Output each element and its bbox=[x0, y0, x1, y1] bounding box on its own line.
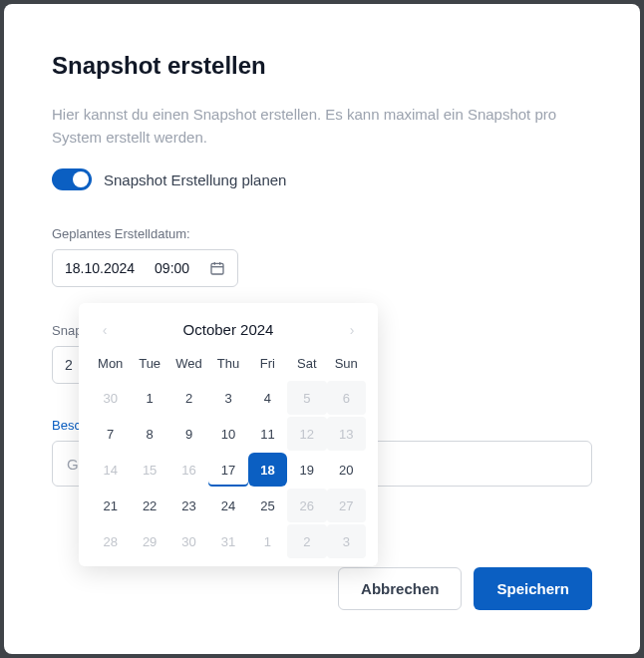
calendar-day[interactable]: 6 bbox=[327, 381, 366, 415]
calendar-day: 29 bbox=[130, 524, 168, 558]
calendar-day: 14 bbox=[91, 453, 130, 487]
calendar-day[interactable]: 4 bbox=[248, 381, 287, 415]
calendar-day[interactable]: 3 bbox=[208, 381, 247, 415]
calendar-day[interactable]: 2 bbox=[287, 524, 326, 558]
scheduled-date-input[interactable]: 18.10.2024 09:00 bbox=[52, 249, 238, 287]
calendar-day[interactable]: 30 bbox=[91, 381, 130, 415]
calendar-day[interactable]: 20 bbox=[327, 453, 366, 487]
description-placeholder: G bbox=[67, 456, 79, 473]
calendar-day[interactable]: 8 bbox=[130, 417, 168, 451]
calendar-day[interactable]: 19 bbox=[287, 453, 326, 487]
calendar-day[interactable]: 5 bbox=[287, 381, 326, 415]
calendar-day[interactable]: 17 bbox=[208, 453, 247, 487]
calendar-day[interactable]: 7 bbox=[91, 417, 130, 451]
calendar-dow: Fri bbox=[248, 350, 287, 381]
calendar-day: 15 bbox=[130, 453, 168, 487]
calendar-day[interactable]: 26 bbox=[287, 489, 326, 522]
save-button[interactable]: Speichern bbox=[474, 567, 592, 610]
calendar-day[interactable]: 13 bbox=[327, 417, 366, 451]
calendar-day[interactable]: 12 bbox=[287, 417, 326, 451]
dialog-title: Snapshot erstellen bbox=[52, 52, 592, 80]
schedule-toggle[interactable] bbox=[52, 168, 92, 190]
calendar-day[interactable]: 1 bbox=[130, 381, 168, 415]
calendar-dow: Thu bbox=[208, 350, 247, 381]
calendar-day[interactable]: 27 bbox=[327, 489, 366, 522]
calendar-day: 16 bbox=[169, 453, 208, 487]
calendar-day[interactable]: 21 bbox=[91, 489, 130, 522]
calendar-dow: Sun bbox=[327, 350, 366, 381]
calendar-day[interactable]: 23 bbox=[169, 489, 208, 522]
create-snapshot-dialog: Snapshot erstellen Hier kannst du einen … bbox=[4, 4, 640, 654]
toggle-knob bbox=[73, 171, 89, 187]
cancel-button[interactable]: Abbrechen bbox=[338, 567, 462, 610]
calendar-day[interactable]: 10 bbox=[208, 417, 247, 451]
svg-rect-0 bbox=[211, 263, 223, 274]
calendar-dow: Sat bbox=[287, 350, 326, 381]
scheduled-date-label: Geplantes Erstelldatum: bbox=[52, 226, 592, 241]
calendar-day[interactable]: 24 bbox=[208, 489, 247, 522]
calendar-day[interactable]: 1 bbox=[248, 524, 287, 558]
dialog-description: Hier kannst du einen Snapshot erstellen.… bbox=[52, 104, 592, 149]
scheduled-time-value: 09:00 bbox=[155, 260, 189, 276]
calendar-day: 30 bbox=[169, 524, 208, 558]
calendar-day: 31 bbox=[208, 524, 247, 558]
calendar-icon bbox=[209, 260, 225, 276]
calendar-dow: Tue bbox=[130, 350, 168, 381]
calendar-day[interactable]: 9 bbox=[169, 417, 208, 451]
schedule-toggle-label: Snapshot Erstellung planen bbox=[104, 171, 286, 188]
calendar-day[interactable]: 25 bbox=[248, 489, 287, 522]
calendar-day[interactable]: 2 bbox=[169, 381, 208, 415]
calendar-prev-button[interactable]: ‹ bbox=[95, 322, 115, 338]
scheduled-date-value: 18.10.2024 bbox=[65, 260, 135, 276]
calendar-title[interactable]: October 2024 bbox=[183, 321, 274, 338]
calendar-day: 28 bbox=[91, 524, 130, 558]
date-picker-popover: ‹ October 2024 › MonTueWedThuFriSatSun 3… bbox=[79, 303, 378, 566]
calendar-day[interactable]: 3 bbox=[327, 524, 366, 558]
calendar-day[interactable]: 22 bbox=[130, 489, 168, 522]
calendar-dow: Wed bbox=[169, 350, 208, 381]
calendar-day[interactable]: 18 bbox=[248, 453, 287, 487]
calendar-next-button[interactable]: › bbox=[342, 322, 362, 338]
calendar-dow: Mon bbox=[91, 350, 130, 381]
calendar-day[interactable]: 11 bbox=[248, 417, 287, 451]
